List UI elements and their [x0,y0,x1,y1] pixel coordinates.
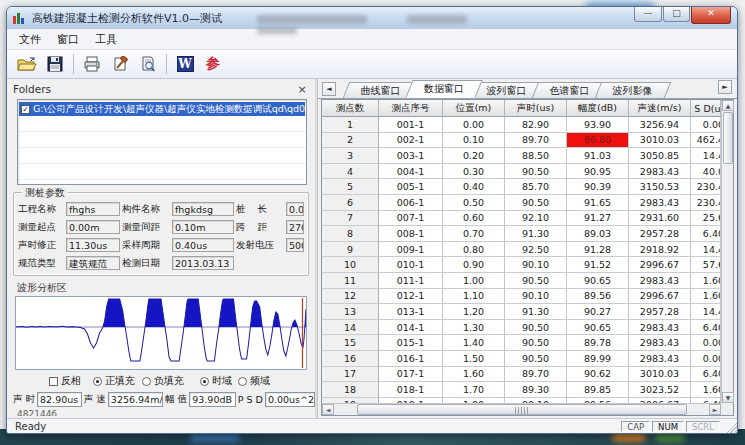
print-button[interactable] [78,52,106,76]
table-cell[interactable]: 230.4 [691,179,721,195]
table-cell[interactable]: 230.4 [691,195,721,211]
table-row[interactable]: 2002-10.1089.7086.803010.03462.4 [322,133,721,149]
table-cell[interactable]: 91.27 [567,211,629,227]
table-cell[interactable]: 90.50 [505,320,567,336]
table-cell[interactable]: 017-1 [379,367,443,383]
table-cell[interactable]: 90.65 [567,320,629,336]
table-cell[interactable]: 1.60 [443,367,505,383]
table-cell[interactable]: 4 [322,164,379,180]
table-cell[interactable]: 1.60 [691,382,721,398]
table-cell[interactable]: 0.10 [443,133,505,149]
minimize-button[interactable]: — [634,7,662,22]
table-cell[interactable]: 1.00 [443,273,505,289]
table-cell[interactable]: 89.30 [505,382,567,398]
table-cell[interactable]: 90.50 [505,195,567,211]
print-preview-button[interactable] [134,52,162,76]
table-cell[interactable]: 1.10 [443,289,505,305]
table-cell[interactable]: 15 [322,335,379,351]
radio-icon[interactable] [238,377,247,386]
tab-数据窗口[interactable]: 数据窗口 [405,80,482,98]
folder-item-selected[interactable]: ✓ G:\公司产品设计开发\超声仪器\超声仪实地检测数据调试qd\qd03\qd… [19,102,305,116]
scroll-up-icon[interactable]: ▲ [722,100,734,111]
hscroll-thumb[interactable] [357,404,687,415]
table-cell[interactable]: 0.00 [691,117,721,133]
radio-icon[interactable] [93,377,102,386]
table-row[interactable]: 18018-11.7089.3089.853023.521.60 [322,382,721,398]
table-cell[interactable]: 0.90 [443,257,505,273]
table-body[interactable]: 1001-10.0082.9093.903256.940.002002-10.1… [322,117,721,403]
table-cell[interactable]: 0.00 [443,117,505,133]
table-cell[interactable]: 2957.28 [629,226,691,242]
table-cell[interactable]: 17 [322,367,379,383]
table-row[interactable]: 6006-10.5090.5091.652983.43230.4 [322,195,721,211]
resize-grip-icon[interactable] [724,420,737,433]
table-cell[interactable]: 14.4 [691,304,721,320]
table-cell[interactable]: 003-1 [379,148,443,164]
reading-value[interactable]: 3256.94m/s [108,392,163,407]
table-cell[interactable]: 14 [322,320,379,336]
table-cell[interactable]: 014-1 [379,320,443,336]
table-cell[interactable]: 0.00 [691,351,721,367]
table-cell[interactable]: 1.30 [443,320,505,336]
table-cell[interactable]: 8 [322,226,379,242]
table-cell[interactable]: 6.40 [691,367,721,383]
table-cell[interactable]: 10 [322,257,379,273]
table-cell[interactable]: 1 [322,117,379,133]
table-cell[interactable]: 14.4 [691,148,721,164]
table-cell[interactable]: 007-1 [379,211,443,227]
table-cell[interactable]: 011-1 [379,273,443,289]
radio-正填充[interactable]: 正填充 [93,374,135,388]
table-cell[interactable]: 89.70 [505,133,567,149]
table-row[interactable]: 1001-10.0082.9093.903256.940.00 [322,117,721,133]
table-row[interactable]: 4004-10.3090.5090.952983.4340.0 [322,164,721,180]
table-cell[interactable]: 016-1 [379,351,443,367]
reading-value[interactable]: 93.90dB [189,392,236,407]
table-row[interactable]: 12012-11.1090.1089.562996.671.60 [322,289,721,305]
table-cell[interactable]: 9 [322,242,379,258]
table-cell[interactable]: 018-1 [379,382,443,398]
table-cell[interactable]: 013-1 [379,304,443,320]
menu-item-工具[interactable]: 工具 [87,30,125,49]
table-cell[interactable]: 89.70 [505,367,567,383]
table-cell[interactable]: 90.65 [567,273,629,289]
table-cell[interactable]: 90.50 [505,273,567,289]
table-cell[interactable]: 91.03 [567,148,629,164]
column-header[interactable]: P S D(us [691,100,721,117]
table-row[interactable]: 5005-10.4085.7090.393150.53230.4 [322,179,721,195]
table-cell[interactable]: 90.39 [567,179,629,195]
table-cell[interactable]: 0.50 [443,195,505,211]
table-cell[interactable]: 85.70 [505,179,567,195]
invert-checkbox[interactable]: 反相 [49,374,81,388]
close-button[interactable]: ✕ [691,7,731,24]
table-cell[interactable]: 009-1 [379,242,443,258]
waveform-plot[interactable] [15,296,307,370]
table-cell[interactable]: 90.62 [567,367,629,383]
table-row[interactable]: 3003-10.2088.5091.033050.8514.4 [322,148,721,164]
table-cell[interactable]: 90.50 [505,335,567,351]
table-row[interactable]: 14014-11.3090.5090.652983.436.40 [322,320,721,336]
tab-scroll-left-icon[interactable]: ◄ [322,82,336,96]
table-row[interactable]: 16016-11.5090.5089.992983.430.00 [322,351,721,367]
table-cell[interactable]: 001-1 [379,117,443,133]
table-cell[interactable]: 0.70 [443,226,505,242]
table-cell[interactable]: 2983.43 [629,195,691,211]
table-cell[interactable]: 008-1 [379,226,443,242]
table-cell[interactable]: 1.70 [443,382,505,398]
table-cell[interactable]: 89.99 [567,351,629,367]
table-cell[interactable]: 012-1 [379,289,443,305]
table-cell[interactable]: 004-1 [379,164,443,180]
table-cell[interactable]: 3050.85 [629,148,691,164]
table-cell[interactable]: 2983.43 [629,320,691,336]
table-cell[interactable]: 2996.67 [629,289,691,305]
column-header[interactable]: 声时(us) [505,100,567,117]
reading-value[interactable]: 82.90us [37,392,82,407]
tab-波列影像[interactable]: 波列影像 [595,82,671,98]
table-cell[interactable]: 91.28 [567,242,629,258]
table-cell[interactable]: 40.0 [691,164,721,180]
table-cell[interactable]: 90.10 [505,289,567,305]
table-row[interactable]: 11011-11.0090.5090.652983.431.60 [322,273,721,289]
table-cell[interactable]: 1.20 [443,304,505,320]
table-cell[interactable]: 0.20 [443,148,505,164]
table-cell[interactable]: 015-1 [379,335,443,351]
word-export-button[interactable]: W [171,52,199,76]
